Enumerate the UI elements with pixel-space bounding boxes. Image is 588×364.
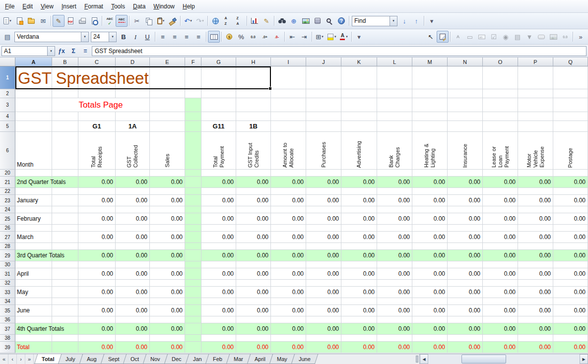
cell-G26[interactable] [201, 225, 236, 232]
cell-N34[interactable] [448, 298, 483, 305]
cell-Q27[interactable]: 0.00 [553, 232, 588, 243]
row-header-5[interactable]: 5 [0, 121, 15, 132]
cell-G2[interactable] [201, 89, 236, 98]
cell-M25[interactable]: 0.00 [412, 213, 448, 225]
cell-C5[interactable]: G1 [78, 121, 116, 132]
add-decimal-place-button[interactable]: .0+ [259, 31, 271, 43]
cell-P21[interactable]: 0.00 [518, 177, 553, 188]
cell-B36[interactable] [52, 316, 78, 323]
new-from-template-button[interactable] [13, 15, 25, 27]
cell-N36[interactable] [448, 316, 483, 323]
number-format-standard-button[interactable]: 0.0 [247, 31, 259, 43]
cell-O5[interactable] [483, 121, 518, 132]
next-sheet-button[interactable]: › [17, 354, 25, 364]
cell-P32[interactable] [518, 280, 553, 287]
cell-D5[interactable]: 1A [116, 121, 150, 132]
cell-D35[interactable]: 0.00 [116, 305, 150, 316]
cell-A35[interactable]: June [15, 305, 52, 316]
cell-G32[interactable] [201, 280, 236, 287]
cell-A6[interactable]: Month [15, 132, 52, 170]
cell-E35[interactable]: 0.00 [150, 305, 185, 316]
cell-K1[interactable] [341, 66, 377, 89]
cell-K33[interactable]: 0.00 [341, 287, 377, 298]
cell-L31[interactable]: 0.00 [377, 268, 412, 280]
delete-decimal-place-button[interactable]: .0- [271, 31, 283, 43]
cell-P26[interactable] [518, 225, 553, 232]
undo-dropdown-icon[interactable]: ▾ [190, 19, 192, 23]
cell-F36[interactable] [185, 316, 201, 323]
cell-H22[interactable] [236, 188, 271, 195]
cell-F2[interactable] [185, 89, 201, 98]
cell-N28[interactable] [448, 243, 483, 250]
cell-O25[interactable]: 0.00 [483, 213, 518, 225]
menu-data[interactable]: Data [129, 1, 149, 12]
cell-O22[interactable] [483, 188, 518, 195]
cell-M21[interactable]: 0.00 [412, 177, 448, 188]
navigator-button[interactable]: ⊕ [288, 15, 300, 27]
cell-N39[interactable]: 0.00 [448, 342, 483, 353]
cell-K29[interactable]: 0.00 [341, 250, 377, 261]
cell-D1[interactable] [116, 66, 150, 89]
column-header-P[interactable]: P [518, 58, 553, 66]
page-preview-button[interactable] [88, 15, 100, 27]
cell-B31[interactable] [52, 268, 78, 280]
cell-K5[interactable] [341, 121, 377, 132]
paste-dropdown-icon[interactable]: ▾ [163, 19, 165, 23]
cell-H35[interactable]: 0.00 [236, 305, 271, 316]
cell-I2[interactable] [271, 89, 306, 98]
column-header-O[interactable]: O [483, 58, 518, 66]
export-pdf-button[interactable] [65, 15, 76, 27]
cell-F39[interactable] [185, 342, 201, 353]
cell-A37[interactable]: 4th Quarter Totals [15, 323, 52, 335]
cell-P24[interactable] [518, 206, 553, 213]
cell-Q23[interactable]: 0.00 [553, 195, 588, 206]
cell-K3[interactable] [341, 98, 377, 112]
cell-D25[interactable]: 0.00 [116, 213, 150, 225]
cell-E5[interactable] [150, 121, 185, 132]
select-all-corner[interactable] [0, 58, 15, 66]
cell-I6[interactable]: Amount to Allocate [271, 132, 306, 170]
cell-N25[interactable]: 0.00 [448, 213, 483, 225]
cell-F3[interactable] [185, 98, 201, 112]
cell-P6[interactable]: Motor Vehicle Expense [518, 132, 553, 170]
cell-J3[interactable] [306, 98, 341, 112]
scrollbar-thumb[interactable] [461, 355, 506, 364]
cell-F28[interactable] [185, 243, 201, 250]
cell-Q31[interactable]: 0.00 [553, 268, 588, 280]
cell-G29[interactable]: 0.00 [201, 250, 236, 261]
undo-button[interactable]: ↶▾ [182, 15, 194, 27]
cell-N38[interactable] [448, 335, 483, 342]
cell-H38[interactable] [236, 335, 271, 342]
cell-M24[interactable] [412, 206, 448, 213]
cell-F25[interactable] [185, 213, 201, 225]
cell-B1[interactable] [52, 66, 78, 89]
cell-J37[interactable]: 0.00 [306, 323, 341, 335]
cell-A4[interactable] [15, 112, 52, 121]
cell-H39[interactable]: 0.00 [236, 342, 271, 353]
cell-F22[interactable] [185, 188, 201, 195]
cell-B4[interactable] [52, 112, 78, 121]
borders-dropdown-icon[interactable]: ▾ [322, 35, 324, 39]
cell-D4[interactable] [116, 112, 150, 121]
cell-D28[interactable] [116, 243, 150, 250]
italic-button[interactable]: I [130, 31, 141, 43]
menu-format[interactable]: Format [80, 1, 107, 12]
cell-H20[interactable] [236, 170, 271, 177]
font-color-button[interactable]: ▾ [338, 31, 350, 43]
cell-F5[interactable] [185, 121, 201, 132]
styles-button[interactable]: ▤ [1, 31, 13, 43]
cell-M22[interactable] [412, 188, 448, 195]
cell-H6[interactable]: GST Input Credits [236, 132, 271, 170]
cell-I5[interactable] [271, 121, 306, 132]
row-header-1[interactable]: 1 [0, 66, 15, 89]
cell-P30[interactable] [518, 261, 553, 268]
scroll-right-button[interactable]: ▶ [580, 354, 588, 364]
cell-G1[interactable] [201, 66, 236, 89]
row-header-30[interactable]: 30 [0, 261, 15, 268]
sum-button[interactable]: Σ [68, 46, 79, 56]
open-button[interactable] [25, 15, 37, 27]
cell-C4[interactable] [78, 112, 116, 121]
cell-E24[interactable] [150, 206, 185, 213]
cell-L30[interactable] [377, 261, 412, 268]
justified-button[interactable]: ≡ [193, 31, 204, 43]
